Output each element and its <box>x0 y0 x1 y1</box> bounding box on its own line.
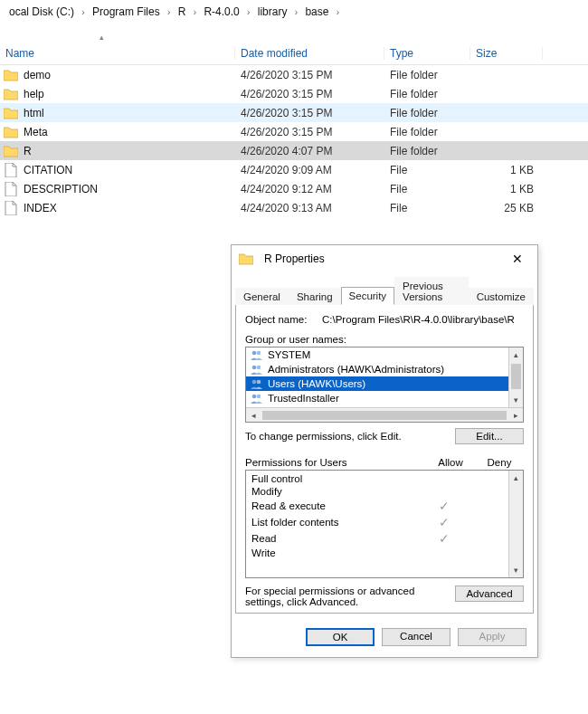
scroll-up-icon[interactable]: ▴ <box>509 347 523 362</box>
close-button[interactable]: ✕ <box>505 249 530 269</box>
object-name-value: C:\Program Files\R\R-4.0.0\library\base\… <box>322 314 524 325</box>
file-row[interactable]: DESCRIPTION4/24/2020 9:12 AMFile1 KB <box>0 179 588 198</box>
advanced-button[interactable]: Advanced <box>455 585 524 602</box>
svg-point-0 <box>252 351 257 356</box>
permission-row: Write <box>246 547 523 559</box>
tab-general[interactable]: General <box>235 288 289 305</box>
file-icon <box>4 163 18 177</box>
cancel-button[interactable]: Cancel <box>382 628 450 646</box>
file-type: File folder <box>384 69 470 81</box>
tab-security[interactable]: Security <box>341 287 395 305</box>
col-size[interactable]: Size <box>470 47 543 60</box>
svg-point-5 <box>257 380 261 385</box>
file-icon <box>4 201 18 215</box>
breadcrumb-item[interactable]: R-4.0.0 <box>200 4 242 20</box>
file-type: File folder <box>384 126 470 138</box>
hscroll-thumb[interactable] <box>262 411 507 420</box>
folder-icon <box>4 125 18 139</box>
file-size: 25 KB <box>470 202 543 214</box>
svg-point-6 <box>252 395 257 399</box>
file-type: File <box>384 183 470 195</box>
permission-allow: ✓ <box>420 515 469 529</box>
file-name: CITATION <box>24 164 72 176</box>
file-date: 4/24/2020 9:12 AM <box>235 183 384 195</box>
col-type[interactable]: Type <box>384 47 470 60</box>
file-row[interactable]: Meta4/26/2020 3:15 PMFile folder <box>0 122 588 141</box>
group-item[interactable]: TrustedInstaller <box>246 391 523 405</box>
folder-icon <box>4 144 18 158</box>
users-icon <box>250 363 264 376</box>
edit-button[interactable]: Edit... <box>455 428 524 444</box>
group-listbox[interactable]: SYSTEMAdministrators (HAWK\Administrator… <box>245 347 524 423</box>
permission-name: Read <box>251 533 420 544</box>
breadcrumb-item[interactable]: R <box>175 4 190 20</box>
file-row[interactable]: help4/26/2020 3:15 PMFile folder <box>0 84 588 103</box>
breadcrumb-item[interactable]: ocal Disk (C:) <box>5 4 78 20</box>
chevron-right-icon: › <box>78 7 89 17</box>
file-size: 1 KB <box>470 164 543 176</box>
permissions-listbox[interactable]: Full controlModifyRead & execute✓List fo… <box>245 470 524 578</box>
folder-icon <box>239 252 253 266</box>
file-name: INDEX <box>24 202 57 214</box>
file-size: 1 KB <box>470 183 543 195</box>
column-headers: ▴ Name Date modified Type Size <box>0 42 588 65</box>
permission-name: Write <box>251 547 420 558</box>
vscrollbar[interactable]: ▴ ▾ <box>508 347 523 407</box>
scroll-down-icon[interactable]: ▾ <box>509 563 523 577</box>
scroll-left-icon[interactable]: ◂ <box>246 408 261 422</box>
breadcrumb: ocal Disk (C:)›Program Files›R›R-4.0.0›l… <box>0 0 588 24</box>
file-type: File <box>384 164 470 176</box>
scroll-right-icon[interactable]: ▸ <box>508 408 523 422</box>
object-name-label: Object name: <box>245 314 322 325</box>
scroll-thumb[interactable] <box>511 364 521 389</box>
group-label: Group or user names: <box>245 334 524 345</box>
file-row[interactable]: CITATION4/24/2020 9:09 AMFile1 KB <box>0 160 588 179</box>
file-name: html <box>24 107 44 119</box>
ok-button[interactable]: OK <box>306 628 375 646</box>
group-name: SYSTEM <box>268 349 310 360</box>
sort-indicator-icon: ▴ <box>100 33 104 42</box>
folder-icon <box>4 106 18 120</box>
perm-vscrollbar[interactable]: ▴ ▾ <box>508 471 523 577</box>
scroll-down-icon[interactable]: ▾ <box>509 393 523 407</box>
file-name: help <box>24 88 44 100</box>
group-item[interactable]: SYSTEM <box>246 347 523 362</box>
breadcrumb-item[interactable]: library <box>254 4 291 20</box>
file-date: 4/26/2020 3:15 PM <box>235 88 384 100</box>
file-row[interactable]: html4/26/2020 3:15 PMFile folder <box>0 103 588 122</box>
col-name[interactable]: ▴ Name <box>0 47 235 60</box>
group-item[interactable]: Users (HAWK\Users) <box>246 376 523 391</box>
hscrollbar[interactable]: ◂ ▸ <box>246 407 523 422</box>
svg-point-2 <box>252 366 257 370</box>
breadcrumb-item[interactable]: base <box>301 4 332 20</box>
group-name: Administrators (HAWK\Administrators) <box>268 364 444 375</box>
col-date[interactable]: Date modified <box>235 47 384 60</box>
tab-sharing[interactable]: Sharing <box>289 288 341 305</box>
dialog-titlebar[interactable]: R Properties ✕ <box>232 245 537 272</box>
chevron-right-icon: › <box>189 7 200 17</box>
chevron-right-icon: › <box>332 7 343 17</box>
tab-customize[interactable]: Customize <box>469 288 534 305</box>
group-name: TrustedInstaller <box>268 393 339 404</box>
file-row[interactable]: INDEX4/24/2020 9:13 AMFile25 KB <box>0 198 588 217</box>
security-tab-panel: Object name: C:\Program Files\R\R-4.0.0\… <box>235 304 534 614</box>
svg-point-7 <box>257 395 261 399</box>
apply-button[interactable]: Apply <box>458 628 526 646</box>
permission-row: List folder contents✓ <box>246 514 523 530</box>
perm-deny-header: Deny <box>475 457 524 468</box>
file-row[interactable]: R4/26/2020 4:07 PMFile folder <box>0 141 588 160</box>
permissions-title: Permissions for Users <box>245 457 346 468</box>
permission-allow: ✓ <box>420 531 469 546</box>
group-item[interactable]: Administrators (HAWK\Administrators) <box>246 362 523 376</box>
scroll-up-icon[interactable]: ▴ <box>509 471 523 485</box>
file-row[interactable]: demo4/26/2020 3:15 PMFile folder <box>0 65 588 84</box>
breadcrumb-item[interactable]: Program Files <box>89 4 164 20</box>
permission-row: Read & execute✓ <box>246 498 523 514</box>
permission-name: Full control <box>251 473 420 484</box>
permission-row: Modify <box>246 485 523 498</box>
tab-previous-versions[interactable]: Previous Versions <box>394 277 469 305</box>
permission-row: Read✓ <box>246 530 523 547</box>
permission-name: List folder contents <box>251 517 420 528</box>
permission-name: Modify <box>251 486 420 497</box>
file-list: demo4/26/2020 3:15 PMFile folderhelp4/26… <box>0 65 588 217</box>
